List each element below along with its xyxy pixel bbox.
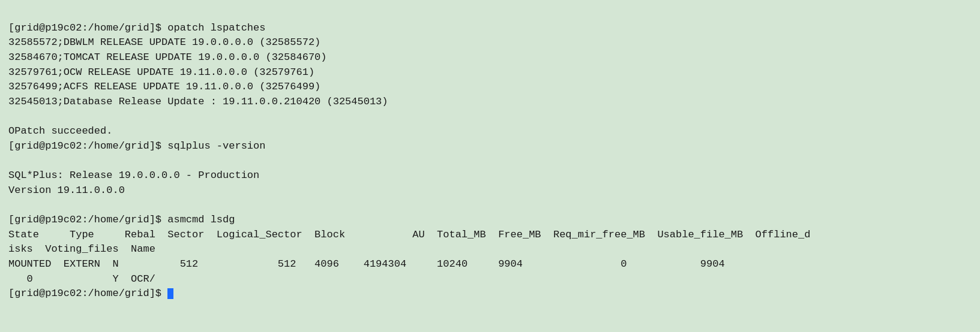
terminal-cursor	[167, 288, 173, 299]
terminal-content: [grid@p19c02:/home/grid]$ opatch lspatch…	[8, 22, 810, 300]
terminal-window[interactable]: [grid@p19c02:/home/grid]$ opatch lspatch…	[0, 0, 980, 332]
